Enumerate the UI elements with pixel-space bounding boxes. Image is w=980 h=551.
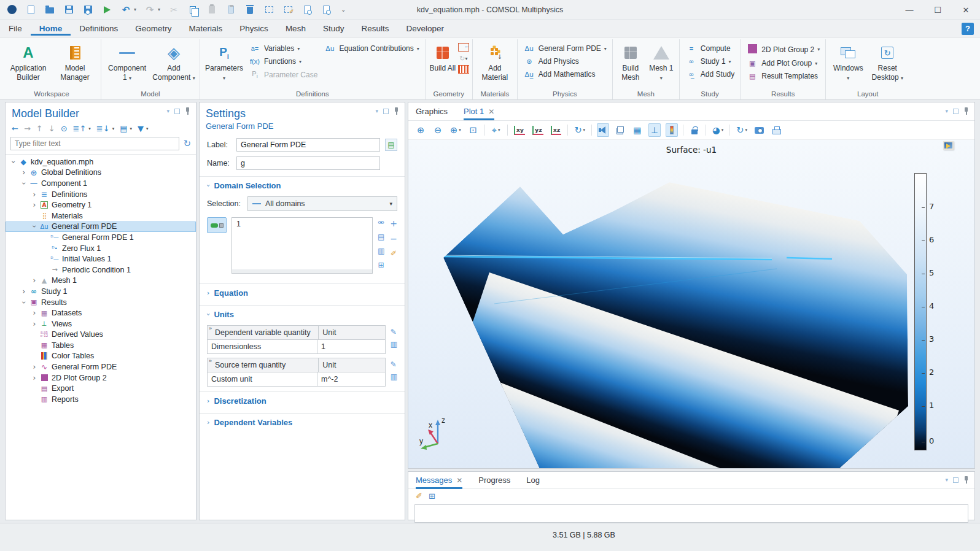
physics-interface-select[interactable]: ΔuGeneral Form PDE▾ (521, 43, 609, 54)
panel-menu-icon[interactable]: ▾ (166, 108, 169, 114)
source-term-quantity-table[interactable]: Source term quantityUnit Custom unitm^-2 (207, 358, 386, 387)
clear-selection-icon[interactable]: ✐ (391, 249, 397, 258)
tree-node-2d-plot-group-2[interactable]: ›2D Plot Group 2 (6, 372, 196, 383)
rename-icon[interactable]: ▤ (385, 139, 397, 151)
edit-quantity-icon[interactable]: ✎ (391, 328, 397, 336)
equation-contributions-button[interactable]: ΔuEquation Contributions▾ (321, 43, 421, 54)
filter-icon[interactable]: ▼ (138, 124, 144, 133)
tree-node-global-definitions[interactable]: ›⊕Global Definitions (6, 168, 196, 179)
tree-node-initial-values-1[interactable]: ᴰ—Initial Values 1 (6, 253, 196, 264)
menu-tab-physics[interactable]: Physics (231, 21, 277, 36)
reset-desktop-button[interactable]: ↻ Reset Desktop ▾ (868, 42, 906, 84)
tab-messages[interactable]: Messages✕ (416, 472, 462, 489)
build-mesh-button[interactable]: Build Mesh (616, 42, 645, 84)
tree-node-derived-values[interactable]: 8.85 e-12Derived Values (6, 329, 196, 341)
open-in-table-icon[interactable]: ⊞ (429, 491, 435, 501)
tree-node-datasets[interactable]: ›▦Datasets (6, 307, 196, 318)
filter-dropdown-icon[interactable]: ▾ (146, 126, 149, 131)
close-tab-icon[interactable]: ✕ (456, 476, 462, 485)
tree-filter-input[interactable] (10, 137, 179, 150)
add-to-selection-icon[interactable]: + (390, 218, 397, 228)
tree-node-color-tables[interactable]: Color Tables (6, 351, 196, 362)
pin-icon[interactable] (963, 107, 970, 115)
add-mathematics-button[interactable]: Δu̲Add Mathematics (521, 69, 609, 80)
build-all-button[interactable]: Build All (429, 42, 457, 75)
tree-node-geometry-1[interactable]: ›AGeometry 1 (6, 199, 196, 210)
delete-icon[interactable] (244, 4, 255, 15)
result-templates-button[interactable]: ▤Result Templates (744, 71, 822, 82)
tree-node-general-form-pde-1[interactable]: ᴰ—General Form PDE 1 (6, 232, 196, 243)
section-dependent-variables[interactable]: ›Dependent Variables (200, 413, 405, 431)
forward-icon[interactable]: → (24, 124, 31, 133)
menu-tab-home[interactable]: Home (31, 21, 71, 36)
menu-tab-file[interactable]: File (0, 21, 31, 36)
menu-tab-definitions[interactable]: Definitions (71, 21, 126, 36)
maximize-button[interactable]: ☐ (924, 0, 952, 20)
functions-button[interactable]: f(x)Functions▾ (246, 56, 320, 67)
help-button[interactable]: ? (962, 23, 974, 35)
menu-tab-developer[interactable]: Developer (397, 21, 453, 36)
float-panel-icon[interactable] (383, 109, 389, 114)
zoom-to-selection-icon[interactable]: ⊞ (378, 261, 384, 269)
tree-node-periodic-condition-1[interactable]: →Periodic Condition 1 (6, 264, 196, 276)
find-icon[interactable] (301, 4, 313, 15)
tree-node-component-1[interactable]: ›—Component 1 (6, 178, 196, 189)
application-builder-button[interactable]: A Application Builder (6, 42, 51, 84)
panel-menu-icon[interactable]: ▾ (945, 477, 948, 483)
virtual-operations-icon[interactable] (458, 65, 469, 74)
plot-group-2-select[interactable]: 2D Plot Group 2▾ (744, 43, 822, 56)
selection-dropdown[interactable]: All domains ▾ (247, 196, 397, 211)
customize-toolbar-icon[interactable]: ⌄ (341, 6, 346, 13)
variables-button[interactable]: a=Variables▾ (246, 43, 320, 54)
clear-selection-icon[interactable]: ✐ (282, 4, 294, 15)
add-plot-group-button[interactable]: ▣Add Plot Group▾ (744, 58, 822, 69)
dependent-variable-quantity-table[interactable]: Dependent variable quantityUnit Dimensio… (207, 325, 386, 354)
zoom-out-icon[interactable]: ⊖ (432, 123, 444, 137)
lock-view-icon[interactable] (688, 123, 701, 137)
compute-button[interactable]: =Compute (683, 43, 737, 54)
minimize-button[interactable]: — (895, 0, 924, 20)
view-xz-icon[interactable]: xz (550, 123, 563, 137)
study-1-button[interactable]: ∞Study 1▾ (683, 56, 737, 67)
windows-button[interactable]: Windows▾ (829, 42, 867, 84)
float-panel-icon[interactable] (174, 109, 180, 114)
view-log-icon[interactable] (321, 4, 332, 15)
edit-quantity-icon[interactable]: ✎ (391, 360, 397, 369)
undo-dropdown-icon[interactable]: ▾ (134, 7, 136, 12)
section-equation[interactable]: ›Equation (200, 283, 405, 301)
tree-node-tables[interactable]: ▦Tables (6, 340, 196, 351)
zoom-box-icon[interactable]: ⊕▾ (449, 123, 462, 137)
tree-node-export[interactable]: ▤Export (6, 383, 196, 394)
tab-plot-1[interactable]: Plot 1✕ (464, 102, 494, 120)
mesh-1-button[interactable]: Mesh 1 ▾ (647, 42, 676, 84)
table-options-icon[interactable]: ▥ (391, 372, 397, 381)
tree-node-views[interactable]: ›⟂Views (6, 318, 196, 329)
plot-area[interactable]: Surface: -u1 (408, 140, 974, 468)
label-input[interactable] (236, 138, 380, 152)
add-physics-button[interactable]: ⊛Add Physics (521, 56, 609, 67)
rotate-icon[interactable]: ↻▾ (573, 123, 586, 137)
menu-tab-results[interactable]: Results (352, 21, 397, 36)
update-plot-icon[interactable]: ↻▾ (735, 123, 749, 137)
insert-sequence-icon[interactable] (458, 43, 469, 52)
refresh-icon[interactable]: ↻ (183, 138, 191, 149)
pin-icon[interactable] (185, 107, 191, 115)
model-manager-button[interactable]: Model Manager (52, 42, 98, 84)
remove-from-selection-icon[interactable]: − (390, 234, 397, 244)
float-panel-icon[interactable] (953, 477, 959, 483)
section-discretization[interactable]: ›Discretization (200, 391, 405, 409)
add-component-button[interactable]: ◈ Add Component ▾ (151, 42, 196, 84)
pin-icon[interactable] (963, 476, 970, 484)
tab-progress[interactable]: Progress (478, 472, 510, 489)
copy-selection-icon[interactable]: ▤ (378, 233, 384, 241)
move-down-icon[interactable]: ↓ (49, 124, 55, 133)
select-box-icon[interactable] (263, 4, 274, 15)
print-icon[interactable] (771, 123, 783, 137)
tree-node-study-1[interactable]: ›∞Study 1 (6, 286, 196, 297)
expand-dropdown-icon[interactable]: ▾ (112, 126, 115, 131)
name-input[interactable] (236, 156, 380, 170)
run-icon[interactable] (101, 4, 112, 15)
zoom-extents-icon[interactable]: ⊡ (467, 123, 480, 137)
float-panel-icon[interactable] (953, 109, 959, 114)
table-options-icon[interactable]: ▥ (391, 340, 397, 349)
